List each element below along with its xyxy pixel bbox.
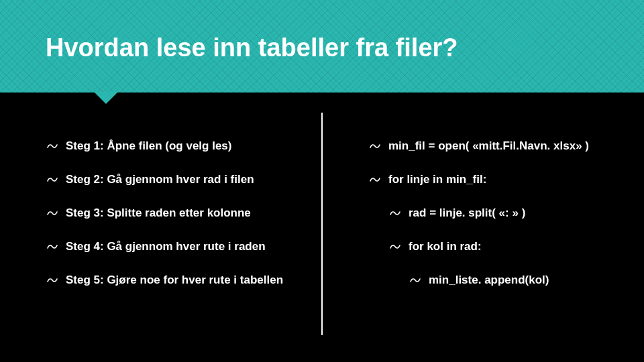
flourish-bullet-icon bbox=[47, 143, 58, 149]
list-item-text: Steg 2: Gå gjennom hver rad i filen bbox=[66, 173, 254, 186]
list-item: Steg 5: Gjøre noe for hver rute i tabell… bbox=[47, 274, 301, 287]
list-item-text: rad = linje. split( «: » ) bbox=[409, 206, 525, 220]
left-column: Steg 1: Åpne filen (og velg les) Steg 2:… bbox=[0, 93, 321, 362]
slide-body: Steg 1: Åpne filen (og velg les) Steg 2:… bbox=[0, 93, 644, 362]
flourish-bullet-icon bbox=[410, 277, 421, 284]
list-item: Steg 1: Åpne filen (og velg les) bbox=[47, 139, 301, 153]
list-item: rad = linje. split( «: » ) bbox=[390, 206, 624, 220]
list-item-text: for linje in min_fil: bbox=[388, 173, 486, 186]
flourish-bullet-icon bbox=[390, 210, 400, 217]
flourish-bullet-icon bbox=[47, 176, 58, 183]
list-item-text: for kol in rad: bbox=[409, 240, 482, 253]
list-item: for kol in rad: bbox=[390, 240, 624, 253]
list-item: Steg 2: Gå gjennom hver rad i filen bbox=[47, 173, 301, 186]
right-column: min_fil = open( «mitt.Fil.Navn. xlsx» ) … bbox=[323, 93, 644, 362]
list-item: Steg 4: Gå gjennom hver rute i raden bbox=[47, 240, 301, 253]
flourish-bullet-icon bbox=[47, 277, 58, 284]
list-item: min_liste. append(kol) bbox=[410, 274, 624, 287]
list-item: for linje in min_fil: bbox=[370, 173, 624, 186]
list-item-text: Steg 1: Åpne filen (og velg les) bbox=[66, 139, 231, 153]
flourish-bullet-icon bbox=[47, 243, 58, 250]
flourish-bullet-icon bbox=[390, 243, 400, 250]
slide-title: Hvordan lese inn tabeller fra filer? bbox=[0, 0, 644, 62]
flourish-bullet-icon bbox=[47, 210, 58, 217]
slide-header: Hvordan lese inn tabeller fra filer? bbox=[0, 0, 644, 93]
list-item-text: min_fil = open( «mitt.Fil.Navn. xlsx» ) bbox=[388, 139, 589, 153]
list-item: min_fil = open( «mitt.Fil.Navn. xlsx» ) bbox=[370, 139, 624, 153]
flourish-bullet-icon bbox=[370, 143, 380, 149]
list-item-text: Steg 3: Splitte raden etter kolonne bbox=[66, 206, 251, 220]
list-item-text: Steg 4: Gå gjennom hver rute i raden bbox=[66, 240, 266, 253]
list-item-text: Steg 5: Gjøre noe for hver rute i tabell… bbox=[66, 274, 283, 287]
flourish-bullet-icon bbox=[370, 176, 380, 183]
list-item-text: min_liste. append(kol) bbox=[429, 274, 549, 287]
list-item: Steg 3: Splitte raden etter kolonne bbox=[47, 206, 301, 220]
